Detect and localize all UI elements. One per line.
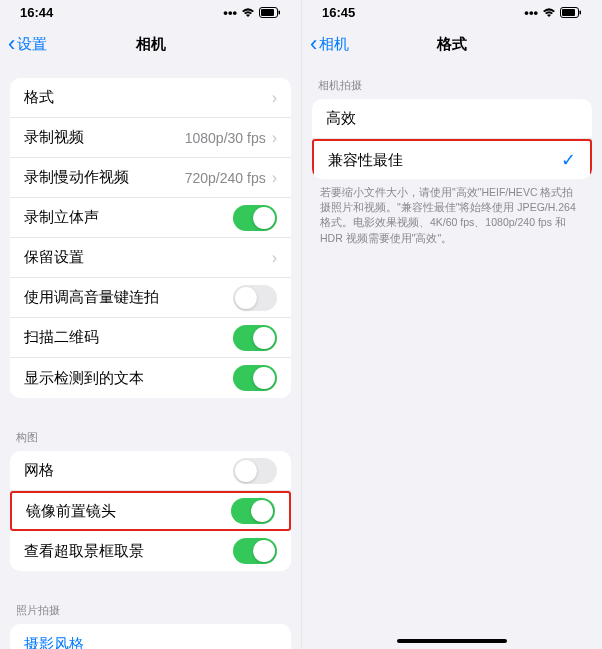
phone-left-camera-settings: 16:44 ••• ‹ 设置 相机 格式 › 录制视频 1080p/30 fps… (0, 0, 301, 649)
home-indicator[interactable] (397, 639, 507, 643)
chevron-right-icon: › (272, 249, 277, 267)
svg-rect-2 (279, 10, 281, 14)
wifi-icon (241, 7, 255, 18)
phone-right-formats: 16:45 ••• ‹ 相机 格式 相机拍摄 高效 兼容性最佳 ✓ 若要缩小文件… (301, 0, 602, 649)
status-time: 16:44 (20, 5, 53, 20)
status-icons: ••• (524, 5, 582, 20)
toggle-grid[interactable] (233, 458, 277, 484)
back-button[interactable]: ‹ 相机 (310, 33, 349, 55)
cellular-icon: ••• (223, 5, 237, 20)
status-time: 16:45 (322, 5, 355, 20)
wifi-icon (542, 7, 556, 18)
group-photo-capture: 摄影风格 (10, 624, 291, 649)
row-high-efficiency[interactable]: 高效 (312, 99, 592, 139)
toggle-stereo-sound[interactable] (233, 205, 277, 231)
group-format-options: 高效 兼容性最佳 ✓ (312, 99, 592, 179)
back-label: 设置 (17, 35, 47, 54)
group-main: 格式 › 录制视频 1080p/30 fps › 录制慢动作视频 720p/24… (10, 78, 291, 398)
section-header-photo-capture: 照片拍摄 (0, 589, 301, 624)
checkmark-icon: ✓ (561, 149, 576, 171)
status-bar: 16:45 ••• (302, 0, 602, 24)
toggle-scan-qr[interactable] (233, 325, 277, 351)
chevron-right-icon: › (272, 129, 277, 147)
row-formats[interactable]: 格式 › (10, 78, 291, 118)
page-title: 格式 (437, 35, 467, 54)
battery-icon (259, 7, 281, 18)
footer-format-explanation: 若要缩小文件大小，请使用"高效"HEIF/HEVC 格式拍摄照片和视频。"兼容性… (302, 179, 602, 258)
row-photographic-styles[interactable]: 摄影风格 (10, 624, 291, 649)
row-detected-text: 显示检测到的文本 (10, 358, 291, 398)
content-scroll[interactable]: 格式 › 录制视频 1080p/30 fps › 录制慢动作视频 720p/24… (0, 64, 301, 649)
row-record-slow-mo[interactable]: 录制慢动作视频 720p/240 fps › (10, 158, 291, 198)
value-record-video: 1080p/30 fps (185, 130, 266, 146)
row-stereo-sound: 录制立体声 (10, 198, 291, 238)
status-bar: 16:44 ••• (0, 0, 301, 24)
row-view-outside-frame: 查看超取景框取景 (10, 531, 291, 571)
toggle-detected-text[interactable] (233, 365, 277, 391)
toggle-mirror-front-camera[interactable] (231, 498, 275, 524)
row-preserve-settings[interactable]: 保留设置 › (10, 238, 291, 278)
row-most-compatible[interactable]: 兼容性最佳 ✓ (312, 139, 592, 179)
nav-bar: ‹ 相机 格式 (302, 24, 602, 64)
chevron-right-icon: › (272, 89, 277, 107)
svg-rect-4 (562, 9, 575, 16)
value-record-slow-mo: 720p/240 fps (185, 170, 266, 186)
battery-icon (560, 7, 582, 18)
svg-rect-5 (580, 10, 582, 14)
section-header-camera-capture: 相机拍摄 (302, 64, 602, 99)
row-mirror-front-camera: 镜像前置镜头 (10, 491, 291, 531)
section-header-composition: 构图 (0, 416, 301, 451)
toggle-volume-burst[interactable] (233, 285, 277, 311)
cellular-icon: ••• (524, 5, 538, 20)
content-scroll[interactable]: 相机拍摄 高效 兼容性最佳 ✓ 若要缩小文件大小，请使用"高效"HEIF/HEV… (302, 64, 602, 649)
row-grid: 网格 (10, 451, 291, 491)
back-button[interactable]: ‹ 设置 (8, 33, 47, 55)
chevron-left-icon: ‹ (310, 33, 317, 55)
svg-rect-1 (261, 9, 274, 16)
toggle-view-outside-frame[interactable] (233, 538, 277, 564)
page-title: 相机 (136, 35, 166, 54)
back-label: 相机 (319, 35, 349, 54)
row-volume-burst: 使用调高音量键连拍 (10, 278, 291, 318)
row-record-video[interactable]: 录制视频 1080p/30 fps › (10, 118, 291, 158)
nav-bar: ‹ 设置 相机 (0, 24, 301, 64)
chevron-left-icon: ‹ (8, 33, 15, 55)
row-scan-qr: 扫描二维码 (10, 318, 291, 358)
group-composition: 网格 镜像前置镜头 查看超取景框取景 (10, 451, 291, 571)
status-icons: ••• (223, 5, 281, 20)
chevron-right-icon: › (272, 169, 277, 187)
